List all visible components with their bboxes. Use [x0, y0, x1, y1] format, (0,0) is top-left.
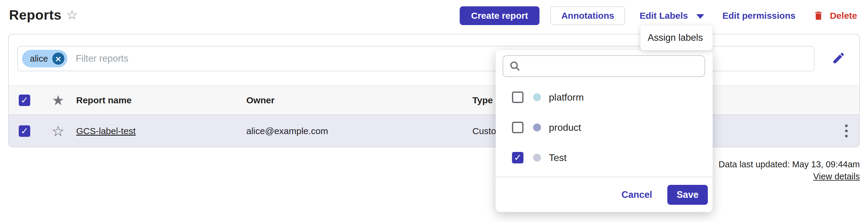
edit-permissions-button[interactable]: Edit permissions	[722, 10, 796, 21]
save-button[interactable]: Save	[667, 185, 708, 205]
select-all-checkbox[interactable]	[19, 95, 30, 106]
edit-labels-button[interactable]: Edit Labels	[640, 10, 704, 21]
chip-close-icon[interactable]: ×	[52, 53, 64, 65]
label-option-product[interactable]: product	[496, 115, 713, 140]
column-header-report-name[interactable]: Report name	[76, 86, 131, 115]
status-area: Data last updated: May 13, 09:44am View …	[718, 158, 860, 183]
label-checkbox[interactable]	[512, 152, 523, 163]
type-header-label: Type	[472, 95, 493, 105]
page-title-wrap: Reports ☆	[9, 7, 78, 23]
assign-labels-panel: platform product Test Cancel Save	[496, 50, 713, 212]
delete-label: Delete	[830, 10, 857, 21]
edit-labels-label: Edit Labels	[640, 10, 688, 21]
edit-filter-button[interactable]	[830, 49, 848, 67]
labels-search-box[interactable]	[503, 55, 705, 77]
favorite-star-icon[interactable]: ☆	[66, 9, 78, 22]
reports-page: Reports ☆ Create report Annotations Edit…	[0, 0, 868, 222]
label-option-test[interactable]: Test	[496, 145, 713, 170]
select-all-checkbox-cell	[19, 86, 30, 115]
search-icon	[509, 60, 521, 72]
row-star-cell: ☆	[48, 115, 69, 147]
label-option-platform[interactable]: platform	[496, 85, 713, 110]
kebab-menu-icon[interactable]	[842, 121, 851, 140]
label-color-dot	[533, 93, 541, 101]
label-option-text: platform	[549, 92, 584, 103]
create-report-button[interactable]: Create report	[460, 6, 539, 25]
filter-chip: alice ×	[22, 50, 67, 67]
filter-row: alice × Filter reports	[9, 34, 859, 86]
pencil-icon	[832, 51, 846, 65]
table-header-row: ★ Report name Owner Type	[9, 86, 859, 115]
view-details-link[interactable]: View details	[813, 170, 860, 183]
trash-icon	[813, 10, 824, 22]
row-checkbox[interactable]	[19, 125, 30, 137]
chevron-down-icon	[696, 14, 704, 19]
star-column-header: ★	[48, 86, 69, 115]
page-title: Reports	[9, 7, 62, 23]
toolbar: Create report Annotations Edit Labels Ed…	[460, 6, 857, 25]
reports-table-card: alice × Filter reports ★ Report name Own…	[8, 34, 860, 148]
labels-search-input[interactable]	[521, 56, 705, 76]
label-color-dot	[533, 124, 541, 131]
filter-placeholder: Filter reports	[76, 53, 128, 64]
star-outline-icon[interactable]: ☆	[51, 124, 64, 138]
panel-footer: Cancel Save	[496, 177, 713, 212]
label-option-text: product	[549, 122, 581, 133]
report-name-cell: GCS-label-test	[76, 115, 136, 147]
filter-chip-label: alice	[30, 54, 48, 64]
assign-labels-menu-item[interactable]: Assign labels	[641, 25, 713, 50]
report-link[interactable]: GCS-label-test	[76, 126, 136, 136]
cancel-button[interactable]: Cancel	[621, 189, 652, 200]
row-actions-cell	[836, 115, 857, 147]
label-checkbox[interactable]	[512, 92, 523, 103]
column-header-owner[interactable]: Owner	[246, 86, 274, 115]
label-option-text: Test	[549, 152, 567, 163]
delete-button[interactable]: Delete	[813, 10, 857, 22]
table-row[interactable]: ☆ GCS-label-test alice@example.com Custo…	[9, 115, 859, 147]
star-filled-icon[interactable]: ★	[52, 93, 64, 107]
last-updated-text: Data last updated: May 13, 09:44am	[718, 158, 860, 170]
row-checkbox-cell	[19, 115, 30, 147]
label-checkbox[interactable]	[512, 122, 523, 133]
label-color-dot	[533, 154, 541, 162]
owner-cell: alice@example.com	[246, 115, 328, 147]
annotations-button[interactable]: Annotations	[550, 6, 625, 25]
